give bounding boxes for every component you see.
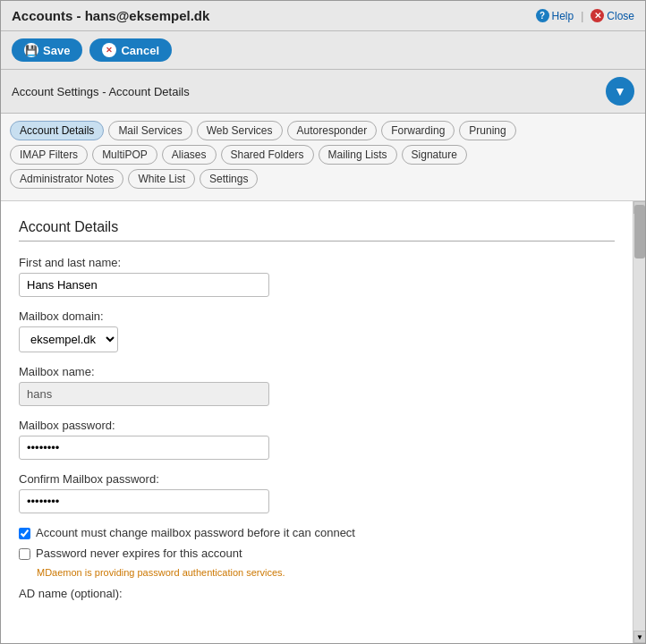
mailbox-domain-group: Mailbox domain: eksempel.dk: [19, 309, 615, 352]
checkbox-never-expires[interactable]: [19, 548, 30, 560]
collapse-button[interactable]: ▼: [606, 77, 634, 106]
mailbox-password-input[interactable]: [19, 436, 269, 460]
mailbox-domain-select[interactable]: eksempel.dk: [19, 326, 118, 352]
first-last-name-group: First and last name:: [19, 256, 615, 297]
first-last-name-label: First and last name:: [19, 256, 615, 269]
mailbox-name-input[interactable]: [19, 382, 269, 406]
close-link[interactable]: ✕ Close: [591, 9, 634, 22]
tab-white-list[interactable]: White List: [128, 169, 195, 189]
tabs-row-3: Administrator Notes White List Settings: [10, 169, 636, 189]
tabs-area: Account Details Mail Services Web Servic…: [1, 114, 645, 201]
main-panel: Account Details First and last name: Mai…: [1, 201, 633, 643]
form-section-title: Account Details: [19, 219, 615, 242]
cancel-button[interactable]: ✕ Cancel: [89, 38, 172, 62]
section-header: Account Settings - Account Details ▼: [1, 70, 645, 114]
confirm-password-label: Confirm Mailbox password:: [19, 472, 615, 486]
tabs-row-2: IMAP Filters MultiPOP Aliases Shared Fol…: [10, 145, 636, 165]
section-header-title: Account Settings - Account Details: [12, 85, 190, 98]
title-bar: Accounts - hans@eksempel.dk ? Help | ✕ C…: [1, 1, 645, 31]
scrollbar-thumb[interactable]: [634, 205, 645, 258]
help-link[interactable]: ? Help: [536, 9, 574, 22]
chevron-down-icon: ▼: [614, 84, 626, 98]
tab-autoresponder[interactable]: Autoresponder: [287, 121, 378, 140]
tab-settings[interactable]: Settings: [200, 169, 258, 189]
tab-multipop[interactable]: MultiPOP: [92, 145, 157, 165]
tab-pruning[interactable]: Pruning: [459, 121, 515, 140]
mailbox-name-label: Mailbox name:: [19, 365, 615, 378]
tab-mailing-lists[interactable]: Mailing Lists: [319, 145, 397, 165]
scroll-down-button[interactable]: ▼: [633, 631, 645, 643]
tab-aliases[interactable]: Aliases: [162, 145, 217, 165]
cancel-icon: ✕: [102, 43, 116, 57]
scrollbar-track: ▲ ▼: [633, 201, 645, 643]
tab-web-services[interactable]: Web Services: [197, 121, 283, 140]
confirm-password-input[interactable]: [19, 489, 269, 513]
tab-imap-filters[interactable]: IMAP Filters: [10, 145, 88, 165]
mailbox-password-label: Mailbox password:: [19, 419, 615, 432]
checkbox1-label: Account must change mailbox password bef…: [36, 526, 355, 539]
tab-administrator-notes[interactable]: Administrator Notes: [10, 169, 123, 189]
title-bar-actions: ? Help | ✕ Close: [536, 9, 635, 22]
separator: |: [581, 10, 583, 22]
tab-signature[interactable]: Signature: [402, 145, 467, 165]
mailbox-password-group: Mailbox password:: [19, 419, 615, 460]
tab-shared-folders[interactable]: Shared Folders: [221, 145, 314, 165]
close-icon: ✕: [591, 9, 604, 22]
tab-mail-services[interactable]: Mail Services: [108, 121, 191, 140]
tabs-row-1: Account Details Mail Services Web Servic…: [10, 121, 636, 140]
help-icon: ?: [536, 9, 549, 22]
checkbox1-row: Account must change mailbox password bef…: [19, 526, 615, 539]
checkbox2-label: Password never expires for this account: [36, 547, 242, 560]
toolbar: 💾 Save ✕ Cancel: [1, 31, 645, 70]
mailbox-domain-label: Mailbox domain:: [19, 309, 615, 323]
confirm-password-group: Confirm Mailbox password:: [19, 472, 615, 513]
content-area: Account Details First and last name: Mai…: [1, 201, 645, 643]
checkbox2-row: Password never expires for this account: [19, 547, 615, 560]
tab-account-details[interactable]: Account Details: [10, 121, 104, 140]
ad-name-label: AD name (optional):: [19, 587, 615, 600]
mailbox-name-group: Mailbox name:: [19, 365, 615, 406]
save-icon: 💾: [24, 43, 38, 57]
info-text: MDaemon is providing password authentica…: [37, 567, 615, 578]
tab-forwarding[interactable]: Forwarding: [381, 121, 455, 140]
first-last-name-input[interactable]: [19, 273, 269, 297]
checkbox-must-change-password[interactable]: [19, 528, 30, 539]
domain-group: eksempel.dk: [19, 326, 615, 352]
window-title: Accounts - hans@eksempel.dk: [12, 8, 209, 23]
save-button[interactable]: 💾 Save: [12, 38, 82, 62]
main-window: Accounts - hans@eksempel.dk ? Help | ✕ C…: [0, 0, 646, 644]
